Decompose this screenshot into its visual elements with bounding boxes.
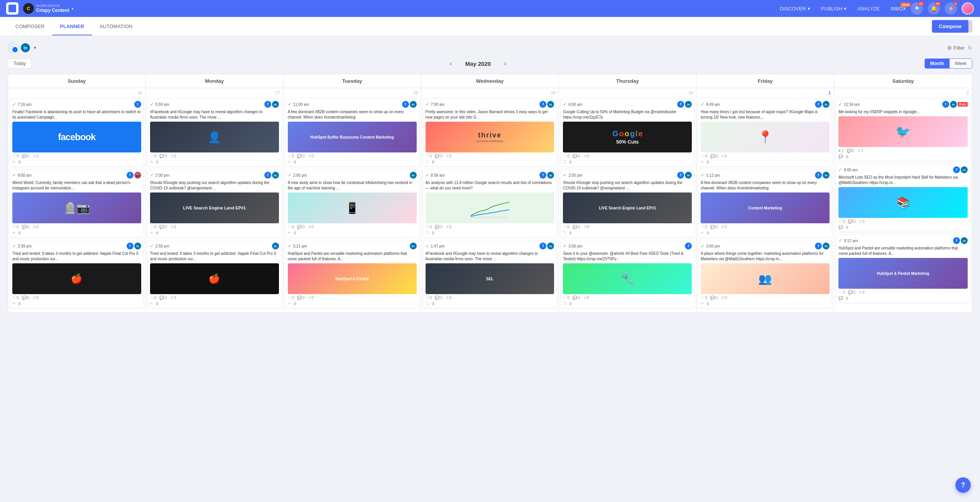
- publish-nav-link[interactable]: PUBLISH ▾: [821, 6, 847, 12]
- edit-icon[interactable]: ✏: [701, 301, 704, 306]
- compose-button[interactable]: Compose: [932, 20, 968, 33]
- heart-icon: ♡: [150, 296, 154, 300]
- analyze-nav-link[interactable]: ANALYZE: [857, 6, 880, 12]
- filter-button[interactable]: ⚙ Filter: [947, 45, 965, 51]
- edit-icon[interactable]: ✏: [288, 231, 291, 235]
- delete-icon[interactable]: 🗑: [431, 160, 435, 164]
- delete-icon[interactable]: 🗑: [706, 231, 710, 235]
- post-card[interactable]: ✓ 9:12 am f in HubSpot and Pardot are ve…: [836, 234, 970, 303]
- post-card[interactable]: ✓ 3:39 pm f in Tried and tested: It take…: [10, 240, 144, 308]
- notifications-button[interactable]: ⚑ 21: [911, 2, 923, 15]
- post-card[interactable]: ✓ 5:59 am f in #Facebook and #Google may…: [147, 98, 282, 167]
- delete-icon[interactable]: 🗑: [569, 160, 573, 164]
- post-card[interactable]: ✓ 1:12 pm f in A few dominant #B2B conte…: [698, 169, 832, 238]
- delete-icon[interactable]: 🗑: [569, 231, 573, 235]
- edit-icon[interactable]: ✏: [150, 231, 153, 235]
- facebook-account-pill[interactable]: f f: [8, 42, 18, 53]
- comment2-icon[interactable]: 💬: [838, 225, 843, 229]
- edit-icon[interactable]: ✏: [150, 160, 153, 164]
- post-card[interactable]: ✓ 2:00 pm f in Should #Google stop pushi…: [147, 169, 282, 238]
- compose-dropdown-button[interactable]: ▾: [968, 20, 972, 33]
- comment2-icon[interactable]: 💬: [838, 296, 843, 300]
- post-card[interactable]: ✓ 3:00 pm f in A place where things come…: [698, 240, 832, 308]
- edit-icon[interactable]: ✏: [150, 301, 153, 306]
- share-icon: ↗: [721, 296, 724, 300]
- edit-icon[interactable]: ✏: [288, 301, 291, 306]
- delete-icon[interactable]: 🗑: [293, 160, 297, 164]
- post-card[interactable]: ✓ 11:00 am f in A few dominant #B2B cont…: [285, 98, 419, 167]
- post-card[interactable]: ✓ 12:34 am f in Fun Me looking for my #S…: [836, 98, 970, 161]
- account-dropdown-button[interactable]: ▾: [32, 44, 38, 51]
- post-card[interactable]: ✓ 6:00 am f in Google Cutting Up to 50% …: [560, 98, 695, 167]
- delete-icon[interactable]: 🗑: [706, 301, 710, 306]
- comment-count: 💬0: [847, 149, 855, 153]
- support-button[interactable]: ?: [955, 477, 971, 493]
- refresh-button[interactable]: ↻: [968, 45, 972, 51]
- post-card[interactable]: ✓ 8:49 am f in How many times I got lost…: [698, 98, 832, 167]
- time-label: 8:00 am: [844, 168, 858, 172]
- inbox-nav-link[interactable]: INBOX NEW: [891, 6, 906, 12]
- post-card[interactable]: ✓ 3:21 pm in HubSpot and Pardot are vers…: [285, 240, 419, 308]
- discover-nav-link[interactable]: DISCOVER ▾: [780, 6, 810, 12]
- edit-icon[interactable]: ✏: [701, 231, 704, 235]
- edit-icon[interactable]: ✏: [701, 160, 704, 164]
- post-card[interactable]: ✓ 9:00 am f 📷 Weird World: Currently, fa…: [10, 169, 144, 238]
- comment-icon: 💬: [848, 290, 853, 295]
- checkbox-icon[interactable]: ☐: [563, 301, 566, 306]
- alerts-button[interactable]: 🔔 64: [928, 2, 940, 15]
- view-toggle: Month Week: [925, 59, 972, 69]
- prev-month-button[interactable]: ‹: [447, 59, 454, 68]
- delete-icon[interactable]: 🗑: [845, 296, 849, 300]
- post-accounts: f in: [539, 243, 554, 249]
- delete-icon[interactable]: 🗑: [845, 154, 849, 159]
- post-footer: ☐ 🗑: [563, 301, 692, 306]
- week-view-button[interactable]: Week: [950, 59, 972, 68]
- tab-planner[interactable]: PLANNER: [52, 18, 92, 35]
- user-avatar-button[interactable]: [962, 2, 974, 15]
- linkedin-account-pill[interactable]: in: [20, 42, 31, 53]
- today-button[interactable]: Today: [8, 59, 32, 69]
- edit-icon[interactable]: ✏: [12, 160, 15, 164]
- delete-icon[interactable]: 🗑: [155, 301, 159, 306]
- delete-icon[interactable]: 🗑: [431, 231, 435, 235]
- comment2-icon[interactable]: 💬: [838, 154, 843, 159]
- checkbox-icon[interactable]: ☐: [426, 231, 429, 235]
- delete-icon[interactable]: 🗑: [569, 301, 573, 306]
- delete-icon[interactable]: 🗑: [155, 160, 159, 164]
- delete-icon[interactable]: 🗑: [18, 301, 22, 306]
- post-card[interactable]: ✓ 7:00 am f in Pretty awesome: In this v…: [423, 98, 557, 167]
- account-fb-icon: f: [953, 166, 960, 173]
- app-logo[interactable]: [6, 2, 18, 15]
- post-card[interactable]: ✓ 2:55 pm in Tried and tested: It takes …: [147, 240, 282, 308]
- checkbox-icon[interactable]: ☐: [426, 301, 429, 306]
- post-card[interactable]: ✓ 7:26 am f Finally! Facebook is abandon…: [10, 98, 144, 167]
- next-month-button[interactable]: ›: [502, 59, 508, 68]
- post-card[interactable]: ✓ 2:00 pm in A new study aims to show ho…: [285, 169, 419, 238]
- delete-icon[interactable]: 🗑: [293, 231, 297, 235]
- post-image-road: 🐦: [838, 116, 968, 147]
- delete-icon[interactable]: 🗑: [18, 231, 22, 235]
- post-card[interactable]: ✓ 8:58 am f in An analysis with 11.8 mil…: [423, 169, 557, 238]
- post-card[interactable]: ✓ 2:55 pm f in Should #Google stop pushi…: [560, 169, 695, 238]
- workspace-selector[interactable]: C WORKSPACE Crispy Content ▾: [23, 3, 73, 14]
- checkbox-icon[interactable]: ☐: [563, 231, 566, 235]
- tab-automation[interactable]: AUTOMATION: [92, 18, 140, 35]
- checkbox-icon[interactable]: ☐: [563, 160, 566, 164]
- delete-icon[interactable]: 🗑: [155, 231, 159, 235]
- activity-button[interactable]: ⚡ 1: [945, 2, 957, 15]
- post-card[interactable]: ✓ 3:56 pm f Save it to your @evernote: @…: [560, 240, 695, 308]
- checkbox-icon[interactable]: ☐: [426, 160, 429, 164]
- calendar-grid: Sunday Monday Tuesday Wednesday Thursday…: [8, 74, 972, 313]
- delete-icon[interactable]: 🗑: [845, 225, 849, 229]
- delete-icon[interactable]: 🗑: [18, 160, 22, 164]
- delete-icon[interactable]: 🗑: [431, 301, 435, 306]
- delete-icon[interactable]: 🗑: [293, 301, 297, 306]
- delete-icon[interactable]: 🗑: [706, 160, 710, 164]
- edit-icon[interactable]: ✏: [12, 231, 15, 235]
- edit-icon[interactable]: ✏: [288, 160, 291, 164]
- post-card[interactable]: ✓ 8:00 am f in Microsoft Lists SEO as th…: [836, 164, 970, 232]
- tab-composer[interactable]: COMPOSER: [8, 18, 52, 35]
- post-card[interactable]: ✓ 1:47 pm f in #Facebook and #Google may…: [423, 240, 557, 308]
- edit-icon[interactable]: ✏: [12, 301, 15, 306]
- month-view-button[interactable]: Month: [925, 59, 950, 68]
